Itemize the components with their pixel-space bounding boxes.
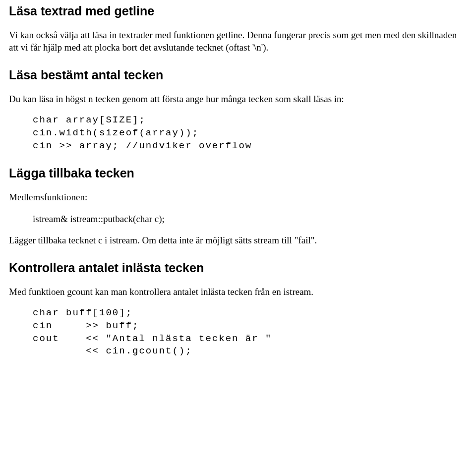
heading-getline: Läsa textrad med getline: [9, 3, 467, 20]
paragraph-putback-desc: Lägger tillbaka tecknet c i istream. Om …: [9, 234, 467, 247]
signature-putback: istream& istream::putback(char c);: [33, 213, 467, 226]
heading-putback: Lägga tillbaka tecken: [9, 165, 467, 182]
paragraph-getline: Vi kan också välja att läsa in textrader…: [9, 29, 467, 54]
paragraph-gcount: Med funktioen gcount kan man kontrollera…: [9, 286, 467, 298]
heading-gcount: Kontrollera antalet inlästa tecken: [9, 260, 467, 277]
paragraph-fixed-count: Du kan läsa in högst n tecken genom att …: [9, 93, 467, 106]
paragraph-member-function: Medlemsfunktionen:: [9, 191, 467, 204]
heading-fixed-count: Läsa bestämt antal tecken: [9, 67, 467, 84]
code-block-gcount: char buff[100]; cin >> buff; cout << "An…: [33, 307, 467, 358]
code-block-array-width: char array[SIZE]; cin.width(sizeof(array…: [33, 114, 467, 152]
